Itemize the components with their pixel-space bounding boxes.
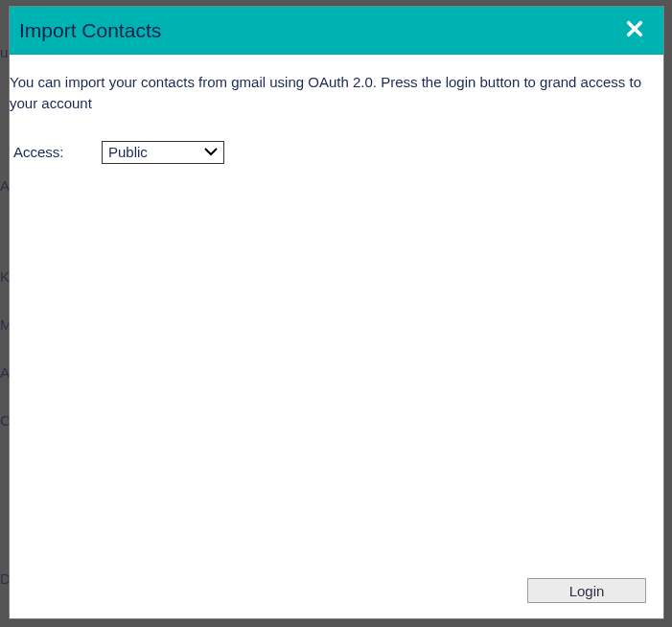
dialog-header: Import Contacts [10,7,663,55]
login-button[interactable]: Login [527,578,646,603]
chevron-down-icon [204,144,218,161]
bg-glyph: u [0,44,8,60]
dialog-footer: Login [10,570,663,618]
access-select-value: Public [108,144,218,160]
import-contacts-dialog: Import Contacts You can import your cont… [9,6,664,619]
access-select[interactable]: Public [102,141,224,164]
access-label: Access: [13,144,102,160]
access-row: Access: Public [10,141,663,164]
dialog-title: Import Contacts [19,19,161,42]
modal-backdrop: u A K M A C D Import Contacts You can im… [0,0,672,627]
intro-text: You can import your contacts from gmail … [10,72,663,114]
close-icon [626,20,643,41]
close-button[interactable] [619,15,650,46]
dialog-body: You can import your contacts from gmail … [10,55,663,570]
